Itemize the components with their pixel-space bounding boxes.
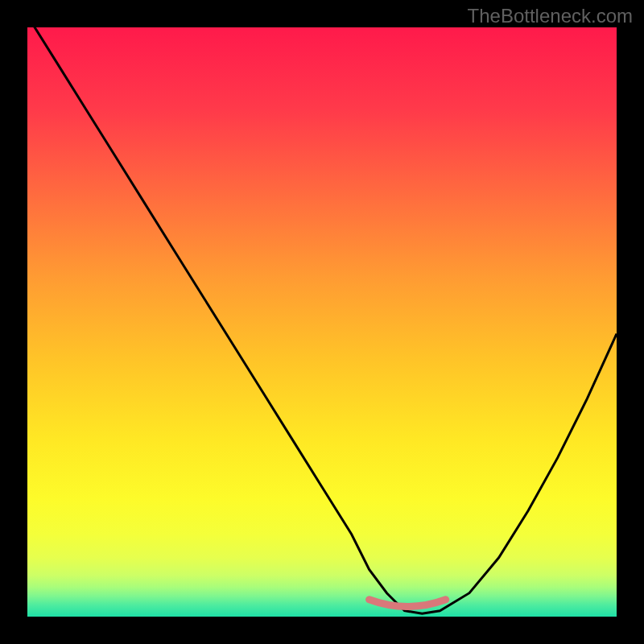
plot-area bbox=[27, 27, 617, 617]
chart-frame: TheBottleneck.com bbox=[0, 0, 644, 644]
gradient-background bbox=[27, 27, 617, 617]
watermark-text: TheBottleneck.com bbox=[468, 5, 633, 27]
bottleneck-plot bbox=[27, 27, 617, 617]
